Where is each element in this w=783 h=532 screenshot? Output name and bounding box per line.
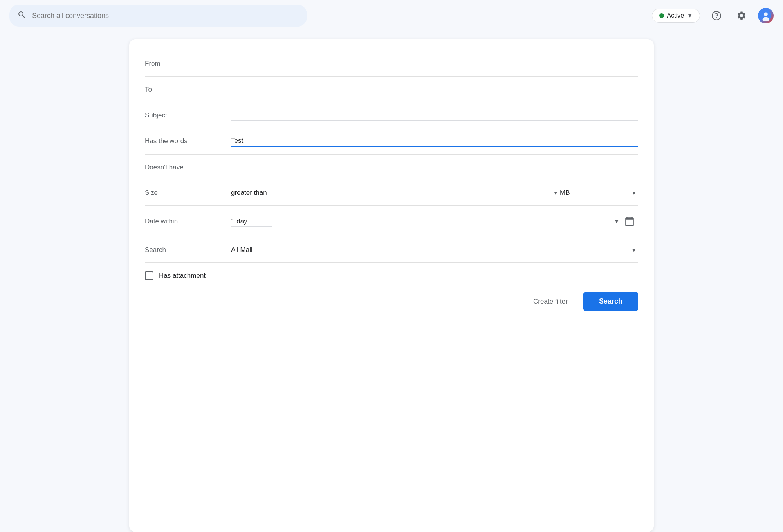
has-attachment-checkbox-wrapper[interactable]: Has attachment bbox=[145, 271, 206, 280]
toolbar: Active ▼ bbox=[0, 0, 783, 31]
date-within-label: Date within bbox=[145, 217, 231, 225]
search-bar-input[interactable] bbox=[32, 12, 299, 20]
has-words-label: Has the words bbox=[145, 137, 231, 145]
size-select-arrow-icon: ▼ bbox=[553, 190, 558, 196]
search-icon bbox=[17, 10, 27, 21]
svg-point-0 bbox=[712, 11, 721, 20]
search-dialog: From To Subject Has the words Doesn't ha… bbox=[129, 39, 654, 532]
size-select[interactable]: greater than less than bbox=[231, 187, 281, 198]
date-within-arrow-icon: ▼ bbox=[614, 218, 619, 225]
toolbar-right: Active ▼ bbox=[652, 7, 774, 24]
help-button[interactable] bbox=[708, 7, 725, 24]
create-filter-button[interactable]: Create filter bbox=[527, 293, 574, 310]
from-input[interactable] bbox=[231, 58, 638, 69]
subject-label: Subject bbox=[145, 111, 231, 119]
to-row: To bbox=[145, 77, 638, 102]
doesnt-have-input[interactable] bbox=[231, 162, 638, 173]
to-input[interactable] bbox=[231, 84, 638, 95]
search-select-wrapper: All Mail Inbox Starred Sent Mail Drafts … bbox=[231, 244, 638, 255]
active-status-dot bbox=[659, 13, 664, 18]
chevron-down-icon: ▼ bbox=[687, 13, 693, 19]
search-field-label: Search bbox=[145, 246, 231, 254]
has-attachment-label: Has attachment bbox=[159, 272, 206, 280]
has-attachment-checkbox[interactable] bbox=[145, 271, 153, 280]
from-label: From bbox=[145, 60, 231, 68]
doesnt-have-label: Doesn't have bbox=[145, 164, 231, 171]
size-row: Size greater than less than ▼ MB KB Byte… bbox=[145, 180, 638, 206]
to-label: To bbox=[145, 86, 231, 93]
svg-point-3 bbox=[764, 13, 768, 16]
active-status-label: Active bbox=[667, 12, 684, 19]
doesnt-have-row: Doesn't have bbox=[145, 155, 638, 180]
from-row: From bbox=[145, 51, 638, 77]
size-unit-wrapper: MB KB Bytes ▼ bbox=[560, 187, 638, 198]
date-within-select[interactable]: 1 day 3 days 1 week 2 weeks 1 month 2 mo… bbox=[231, 216, 272, 227]
search-scope-select[interactable]: All Mail Inbox Starred Sent Mail Drafts … bbox=[231, 244, 638, 255]
search-button[interactable]: Search bbox=[583, 292, 638, 311]
active-status-button[interactable]: Active ▼ bbox=[652, 9, 700, 23]
subject-input[interactable] bbox=[231, 110, 638, 121]
has-attachment-row: Has attachment bbox=[145, 263, 638, 284]
search-field-row: Search All Mail Inbox Starred Sent Mail … bbox=[145, 237, 638, 263]
buttons-row: Create filter Search bbox=[145, 284, 638, 311]
settings-button[interactable] bbox=[733, 7, 750, 24]
size-select-wrapper: greater than less than ▼ bbox=[231, 187, 560, 198]
has-words-input[interactable] bbox=[231, 135, 638, 147]
calendar-button[interactable] bbox=[621, 213, 638, 230]
user-avatar[interactable] bbox=[758, 8, 774, 23]
search-bar[interactable] bbox=[9, 5, 307, 27]
size-unit-select[interactable]: MB KB Bytes bbox=[560, 187, 591, 198]
has-words-row: Has the words bbox=[145, 128, 638, 155]
size-label: Size bbox=[145, 189, 231, 197]
date-within-select-wrapper: 1 day 3 days 1 week 2 weeks 1 month 2 mo… bbox=[231, 216, 621, 227]
size-unit-arrow-icon: ▼ bbox=[631, 190, 637, 196]
main-content: From To Subject Has the words Doesn't ha… bbox=[0, 31, 783, 532]
subject-row: Subject bbox=[145, 102, 638, 128]
date-within-row: Date within 1 day 3 days 1 week 2 weeks … bbox=[145, 206, 638, 237]
